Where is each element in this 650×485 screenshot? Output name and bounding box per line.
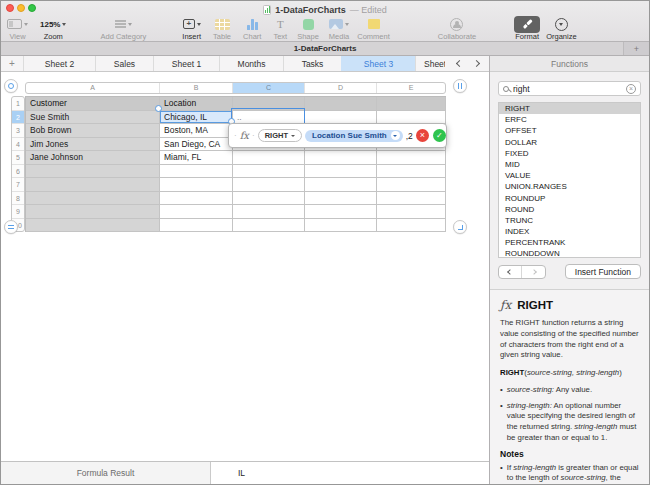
cell-a3[interactable]: Bob Brown: [26, 124, 160, 138]
shape-button[interactable]: Shape: [297, 17, 319, 41]
cell-c10[interactable]: [233, 219, 305, 233]
function-list-item[interactable]: ERFC: [499, 114, 640, 125]
function-search-field[interactable]: ×: [498, 81, 641, 96]
function-list-item[interactable]: MID: [499, 159, 640, 170]
function-list-item[interactable]: VALUE: [499, 170, 640, 181]
range-handle-icon[interactable]: [155, 105, 162, 112]
cell-d10[interactable]: [305, 219, 377, 233]
cell-c2-editing[interactable]: ..: [233, 111, 305, 125]
cell-c7[interactable]: [233, 178, 305, 192]
function-list-item[interactable]: ROUNDDOWN: [499, 248, 640, 258]
function-list-item[interactable]: INDEX: [499, 226, 640, 237]
add-row-handle[interactable]: [4, 220, 18, 234]
cell-b1[interactable]: Location: [160, 97, 233, 111]
table-button[interactable]: Table: [213, 17, 231, 41]
sheet-tab[interactable]: Sheet 1: [153, 56, 219, 71]
column-header-e[interactable]: E: [377, 83, 445, 93]
add-category-button[interactable]: Add Category: [100, 17, 146, 41]
cell-b5[interactable]: Miami, FL: [160, 151, 233, 165]
cell-reference-token[interactable]: Location Sue Smith: [305, 130, 403, 142]
column-header-a[interactable]: A: [26, 83, 160, 93]
function-list-item[interactable]: TRUNC: [499, 215, 640, 226]
add-column-handle[interactable]: [453, 79, 467, 93]
cell-b7[interactable]: [160, 178, 233, 192]
cell-e7[interactable]: [377, 178, 446, 192]
add-sheet-button[interactable]: +: [1, 56, 23, 71]
forward-button[interactable]: [522, 266, 545, 278]
cell-a8[interactable]: [26, 192, 160, 206]
column-header-c[interactable]: C: [233, 83, 305, 93]
cell-c9[interactable]: [233, 205, 305, 219]
cell-a4[interactable]: Jim Jones: [26, 138, 160, 152]
row-number[interactable]: 7: [12, 178, 24, 192]
cell-d2[interactable]: [305, 111, 377, 125]
comment-button[interactable]: Comment: [357, 17, 390, 41]
row-number[interactable]: 1: [12, 97, 24, 111]
chart-button[interactable]: Chart: [243, 17, 261, 41]
function-list-item[interactable]: ROUND: [499, 204, 640, 215]
cell-e6[interactable]: [377, 165, 446, 179]
cell-a5[interactable]: Jane Johnson: [26, 151, 160, 165]
cell-a2[interactable]: Sue Smith: [26, 111, 160, 125]
cell-d5[interactable]: [305, 151, 377, 165]
editor-drag-dot[interactable]: ·: [252, 131, 255, 140]
zoom-window-button[interactable]: [28, 4, 36, 12]
view-button[interactable]: View: [7, 17, 28, 41]
sheet-tab-selected[interactable]: Sheet 3: [341, 56, 415, 71]
editor-drag-dot[interactable]: ·: [234, 131, 237, 140]
function-list-item-selected[interactable]: RIGHT: [499, 103, 640, 114]
cell-b4[interactable]: San Diego, CA: [160, 138, 233, 152]
media-button[interactable]: Media: [329, 17, 349, 41]
cell-b2-referenced[interactable]: Chicago, IL: [160, 111, 233, 125]
sheet-tab[interactable]: Tasks: [283, 56, 341, 71]
back-button[interactable]: [499, 266, 522, 278]
cell-a6[interactable]: [26, 165, 160, 179]
row-number-selected[interactable]: 2: [12, 111, 24, 125]
cell-d8[interactable]: [305, 192, 377, 206]
select-table-handle[interactable]: [4, 79, 18, 93]
cell-a1[interactable]: Customer: [26, 97, 160, 111]
cancel-formula-button[interactable]: ×: [416, 129, 429, 142]
function-list-item[interactable]: FIXED: [499, 148, 640, 159]
formula-argument[interactable]: ,2: [406, 131, 413, 141]
insert-function-button[interactable]: Insert Function: [565, 264, 641, 279]
sheet-tab[interactable]: Sheet 2: [23, 56, 95, 71]
scroll-tabs-right-icon[interactable]: [473, 60, 480, 67]
function-list-item[interactable]: UNION.RANGES: [499, 181, 640, 192]
sheet-tab[interactable]: Sheet: [415, 56, 445, 71]
cell-d1[interactable]: [305, 97, 377, 111]
row-number[interactable]: 3: [12, 124, 24, 138]
cell-a7[interactable]: [26, 178, 160, 192]
cell-e9[interactable]: [377, 205, 446, 219]
row-number[interactable]: 5: [12, 151, 24, 165]
search-input[interactable]: [513, 84, 622, 94]
cell-a9[interactable]: [26, 205, 160, 219]
cell-b9[interactable]: [160, 205, 233, 219]
insert-button[interactable]: + Insert: [182, 17, 201, 41]
row-number[interactable]: 8: [12, 192, 24, 206]
fx-label[interactable]: fx: [240, 130, 249, 141]
row-number[interactable]: 6: [12, 165, 24, 179]
function-list-item[interactable]: DOLLAR: [499, 137, 640, 148]
collaborate-button[interactable]: Collaborate: [438, 17, 476, 41]
row-number[interactable]: 4: [12, 138, 24, 152]
column-header-b[interactable]: B: [160, 83, 233, 93]
sheet-tab[interactable]: Sales: [95, 56, 153, 71]
cell-e10[interactable]: [377, 219, 446, 233]
organize-button[interactable]: Organize: [546, 17, 576, 41]
column-header-d[interactable]: D: [305, 83, 377, 93]
cell-d9[interactable]: [305, 205, 377, 219]
cell-e1[interactable]: [377, 97, 446, 111]
zoom-control[interactable]: 125% Zoom: [40, 17, 66, 41]
text-button[interactable]: T Text: [273, 17, 287, 41]
cell-d7[interactable]: [305, 178, 377, 192]
cell-b6[interactable]: [160, 165, 233, 179]
function-name-dropdown[interactable]: RIGHT: [258, 129, 302, 142]
cell-d6[interactable]: [305, 165, 377, 179]
function-list-item[interactable]: PERCENTRANK: [499, 237, 640, 248]
function-list-item[interactable]: OFFSET: [499, 125, 640, 136]
cell-e5[interactable]: [377, 151, 446, 165]
cell-a10[interactable]: [26, 219, 160, 233]
minimize-window-button[interactable]: [17, 4, 25, 12]
clear-search-icon[interactable]: ×: [626, 84, 636, 94]
